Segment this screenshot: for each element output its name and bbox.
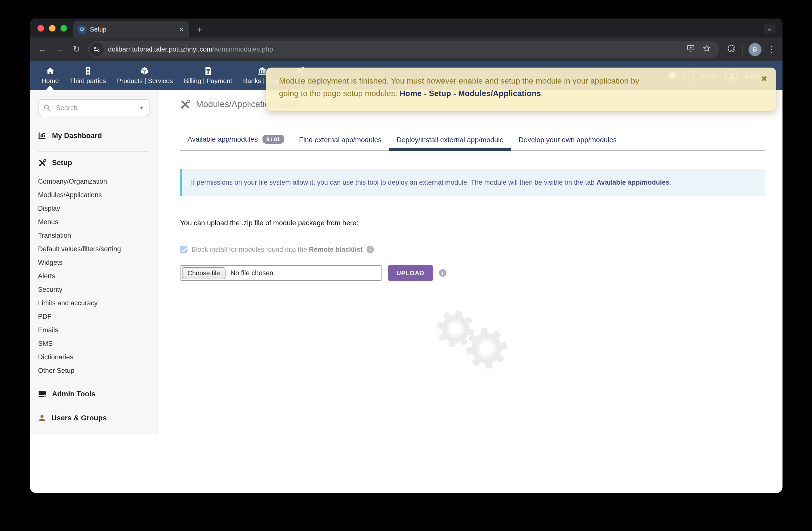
notification-text-line1: Module deployment is finished. You must … xyxy=(279,76,639,85)
sidebar-item-label: Setup xyxy=(52,159,72,167)
sidebar-item-pdf[interactable]: PDF xyxy=(38,310,149,323)
sidebar-divider xyxy=(38,151,149,152)
nav-label: Billing | Payment xyxy=(184,77,232,84)
tab-search-chevron-icon[interactable]: ⌄ xyxy=(764,24,775,33)
nav-item-home[interactable]: Home xyxy=(36,61,64,90)
bookmark-star-icon[interactable] xyxy=(702,44,711,55)
blacklist-info-icon[interactable]: i xyxy=(366,246,374,253)
blacklist-checkbox[interactable] xyxy=(180,246,188,253)
blacklist-label-text: Block install for modules found into the xyxy=(191,246,309,253)
sidebar-item-setup[interactable]: Setup xyxy=(38,157,149,168)
upload-hint: You can upload the .zip file of module p… xyxy=(180,219,783,227)
minimize-window-button[interactable] xyxy=(49,25,56,31)
omnibox-actions xyxy=(686,44,714,55)
sidebar-item-emails[interactable]: Emails xyxy=(38,323,149,337)
main-content: Modules/Application setup Available app/… xyxy=(158,90,783,493)
site-settings-icon[interactable] xyxy=(89,42,103,56)
tab-available-modules[interactable]: Available app/modules 9 / 81 xyxy=(180,135,291,150)
search-input[interactable] xyxy=(55,103,134,112)
url-text: dolibarr.tutorial.taler.potuzhnyi.com/ad… xyxy=(108,45,273,53)
setup-tools-icon xyxy=(38,158,46,167)
nav-item-billing-payment[interactable]: $ Billing | Payment xyxy=(178,61,237,90)
file-chosen-text: No file chosen xyxy=(231,269,273,277)
sidebar-item-users-groups[interactable]: Users & Groups xyxy=(38,413,149,423)
notification-text-line2: going to the page setup modules: xyxy=(279,89,400,98)
search-dropdown-caret-icon[interactable]: ▼ xyxy=(139,105,144,110)
tab-title: Setup xyxy=(90,26,175,33)
cube-icon xyxy=(141,67,149,75)
zoom-window-button[interactable] xyxy=(60,25,67,31)
sidebar-search[interactable]: ▼ xyxy=(38,99,149,116)
sidebar-divider xyxy=(38,406,149,406)
app-body: ▼ My Dashboard Setup Company/Organizatio… xyxy=(30,90,783,493)
notification-setup-link[interactable]: Home - Setup - Modules/Applications xyxy=(400,89,541,98)
tab-find-external[interactable]: Find external app/modules xyxy=(291,136,389,150)
install-app-icon[interactable] xyxy=(686,44,695,55)
sidebar-item-modules[interactable]: Modules/Applications xyxy=(38,188,149,202)
browser-menu-icon[interactable]: ⋮ xyxy=(768,44,775,54)
sidebar-item-admin-tools[interactable]: Admin Tools xyxy=(38,388,149,400)
toolbar-separator xyxy=(742,44,742,54)
upload-info-icon[interactable]: i xyxy=(439,269,447,277)
nav-label: Products | Services xyxy=(117,77,173,85)
back-button[interactable]: ← xyxy=(35,42,50,57)
browser-toolbar: ← → ↻ dolibarr.tutorial.taler.potuzhnyi.… xyxy=(30,38,783,61)
dolibarr-favicon: D xyxy=(78,25,86,33)
notification-close-icon[interactable]: ✖ xyxy=(761,73,768,86)
user-icon xyxy=(38,414,46,422)
sidebar-item-dictionaries[interactable]: Dictionaries xyxy=(38,350,149,364)
sidebar-item-display[interactable]: Display xyxy=(38,202,149,215)
sidebar-item-label: My Dashboard xyxy=(52,131,102,140)
sidebar-item-translation[interactable]: Translation xyxy=(38,229,149,242)
dashboard-chart-icon xyxy=(38,131,46,140)
gears-watermark xyxy=(437,310,517,380)
tab-label: Available app/modules xyxy=(188,135,258,143)
tab-label: Deploy/install external app/module xyxy=(396,136,504,144)
sidebar-item-sms[interactable]: SMS xyxy=(38,337,149,350)
blacklist-label: Block install for modules found into the… xyxy=(191,246,362,253)
setup-tools-icon xyxy=(180,99,190,110)
nav-item-third-parties[interactable]: Third parties xyxy=(64,61,112,90)
sidebar-item-defaults[interactable]: Default values/filters/sorting xyxy=(38,242,149,256)
toolbar-right: B ⋮ xyxy=(723,43,778,56)
info-text-bold: Available app/modules xyxy=(596,179,669,186)
info-text: If permissions on your file system allow… xyxy=(191,179,596,186)
sidebar-item-limits[interactable]: Limits and accuracy xyxy=(38,296,149,310)
upload-button[interactable]: UPLOAD xyxy=(388,265,433,281)
nav-item-products-services[interactable]: Products | Services xyxy=(112,61,178,90)
tab-label: Develop your own app/modules xyxy=(519,136,617,144)
sidebar-item-security[interactable]: Security xyxy=(38,283,149,296)
choose-file-button[interactable]: Choose file xyxy=(182,267,226,279)
close-window-button[interactable] xyxy=(38,25,44,31)
invoice-icon: $ xyxy=(205,67,211,75)
browser-titlebar: D Setup ✕ + ⌄ xyxy=(30,18,783,38)
tab-develop-own[interactable]: Develop your own app/modules xyxy=(511,136,624,150)
sidebar-item-other-setup[interactable]: Other Setup xyxy=(38,364,149,377)
upload-form: Choose file No file chosen UPLOAD i xyxy=(180,265,783,281)
forward-button[interactable]: → xyxy=(52,42,67,57)
tab-deploy-external[interactable]: Deploy/install external app/module xyxy=(389,136,511,150)
sidebar-item-menus[interactable]: Menus xyxy=(38,215,149,229)
sidebar-item-label: Users & Groups xyxy=(52,414,107,422)
tab-close-icon[interactable]: ✕ xyxy=(179,26,184,32)
browser-tab[interactable]: D Setup ✕ xyxy=(73,21,189,38)
sidebar-item-dashboard[interactable]: My Dashboard xyxy=(38,130,149,141)
sidebar-item-company[interactable]: Company/Organization xyxy=(38,174,149,188)
file-input[interactable]: Choose file No file chosen xyxy=(180,265,382,281)
svg-text:$: $ xyxy=(207,70,209,74)
nav-label: Third parties xyxy=(70,77,106,84)
sidebar-item-alerts[interactable]: Alerts xyxy=(38,269,149,283)
browser-window: D Setup ✕ + ⌄ ← → ↻ dolibarr.tutorial.ta… xyxy=(30,18,783,493)
sidebar-item-widgets[interactable]: Widgets xyxy=(38,256,149,269)
address-bar[interactable]: dolibarr.tutorial.taler.potuzhnyi.com/ad… xyxy=(88,41,719,58)
tab-bar: Available app/modules 9 / 81 Find extern… xyxy=(180,135,765,151)
url-path: /admin/modules.php xyxy=(212,45,273,53)
info-text-suffix: . xyxy=(669,179,671,186)
profile-avatar[interactable]: B xyxy=(749,43,762,56)
traffic-lights xyxy=(38,25,67,31)
blacklist-label-bold: Remote blacklist xyxy=(309,246,363,253)
extensions-puzzle-icon[interactable] xyxy=(727,44,736,55)
new-tab-button[interactable]: + xyxy=(197,25,203,34)
reload-button[interactable]: ↻ xyxy=(69,42,84,57)
desktop-background: D Setup ✕ + ⌄ ← → ↻ dolibarr.tutorial.ta… xyxy=(0,0,812,531)
